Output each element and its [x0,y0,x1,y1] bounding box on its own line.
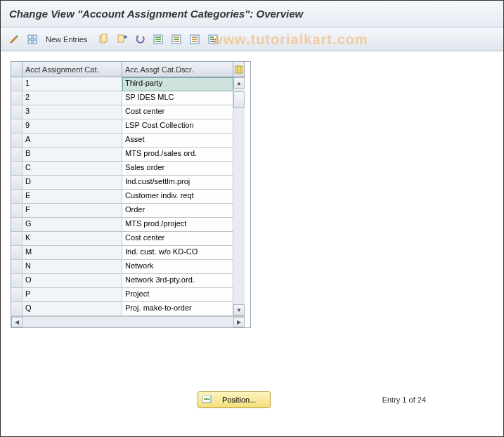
svg-rect-20 [192,41,198,42]
print-icon[interactable] [205,32,221,47]
cell-desc[interactable]: Order [122,204,233,218]
expand-all-icon[interactable] [25,32,40,47]
horizontal-scrollbar[interactable]: ◀▶ [11,316,245,327]
position-icon [202,396,212,404]
cell-desc[interactable]: MTS prod./project [122,218,233,232]
row-selector[interactable] [11,119,22,133]
row-selector[interactable] [11,204,22,218]
cell-cat[interactable]: 3 [22,105,122,119]
row-selector[interactable] [11,190,22,204]
row-selector[interactable] [11,105,22,119]
cell-desc[interactable]: Proj. make-to-order [122,302,233,316]
svg-rect-14 [174,37,179,38]
position-button[interactable]: Position... [198,391,271,408]
cell-cat[interactable]: B [22,148,122,162]
row-selector[interactable] [11,246,22,260]
cell-cat[interactable]: C [22,162,122,176]
cell-desc[interactable]: Ind.cust/settlm.proj [122,176,233,190]
row-selector[interactable] [11,302,22,316]
configure-columns-icon[interactable] [233,62,245,77]
cell-cat[interactable]: O [22,274,122,288]
undo-icon[interactable] [132,32,148,47]
content-area: Acct Assignment Cat. Acc.Assgt Cat.Dscr.… [1,51,503,338]
svg-rect-25 [235,66,243,73]
toolbar: New Entries www.tutorialkart.com [1,27,503,51]
scroll-right-icon[interactable]: ▶ [233,317,245,327]
svg-rect-23 [210,39,216,40]
cell-cat[interactable]: F [22,204,122,218]
row-selector[interactable] [11,91,22,105]
svg-rect-18 [192,37,198,38]
svg-rect-22 [210,37,214,38]
table: Acct Assignment Cat. Acc.Assgt Cat.Dscr.… [11,61,251,328]
row-selector[interactable] [11,162,22,176]
svg-rect-3 [33,40,37,44]
cell-cat[interactable]: P [22,288,122,302]
svg-rect-16 [174,41,179,42]
cell-desc[interactable]: Cost center [122,105,233,119]
page-title: Change View "Account Assignment Categori… [9,8,495,20]
row-selector-header[interactable] [11,62,22,77]
cell-cat[interactable]: N [22,260,122,274]
cell-cat[interactable]: D [22,176,122,190]
column-header-desc[interactable]: Acc.Assgt Cat.Dscr. [122,62,233,77]
deselect-all-icon[interactable] [187,32,202,47]
watermark-text: www.tutorialkart.com [212,32,368,48]
cell-desc[interactable]: Project [122,288,233,302]
scroll-down-icon[interactable]: ▼ [233,304,245,315]
select-all-icon[interactable] [150,32,166,47]
cell-desc[interactable]: Ind. cust. w/o KD-CO [122,246,233,260]
row-selector[interactable] [11,133,22,148]
cell-cat[interactable]: M [22,246,122,260]
scroll-up-icon[interactable]: ▲ [233,77,245,89]
svg-rect-1 [33,35,37,39]
cell-desc[interactable]: SP IDES MLC [122,91,233,105]
scroll-thumb[interactable] [233,91,245,108]
cell-cat[interactable]: 1 [22,77,122,91]
cell-cat[interactable]: A [22,133,122,148]
cell-desc[interactable]: Cost center [122,232,233,246]
svg-rect-0 [28,35,32,39]
svg-rect-24 [210,41,216,42]
cell-cat[interactable]: G [22,218,122,232]
svg-rect-11 [155,39,161,40]
row-selector[interactable] [11,148,22,162]
row-selector[interactable] [11,288,22,302]
cell-desc[interactable]: Sales order [122,162,233,176]
vertical-scrollbar[interactable]: ▲▼ [233,77,245,316]
svg-rect-15 [174,39,179,40]
cell-desc[interactable]: MTS prod./sales ord. [122,148,233,162]
svg-rect-6 [118,35,124,42]
new-entries-button[interactable]: New Entries [43,35,93,44]
cell-desc[interactable]: Third-party [122,77,233,91]
cell-cat[interactable]: K [22,232,122,246]
cell-cat[interactable]: Q [22,302,122,316]
svg-rect-10 [155,37,161,38]
row-selector[interactable] [11,77,22,91]
toggle-display-change-icon[interactable] [6,32,22,47]
select-block-icon[interactable] [169,32,184,47]
copy-icon[interactable] [96,32,111,47]
title-bar: Change View "Account Assignment Categori… [1,1,503,27]
entry-counter: Entry 1 of 24 [382,396,426,404]
svg-rect-5 [101,34,107,41]
cell-cat[interactable]: E [22,190,122,204]
cell-cat[interactable]: 2 [22,91,122,105]
row-selector[interactable] [11,218,22,232]
delete-icon[interactable] [114,32,129,47]
svg-rect-19 [192,39,198,40]
cell-desc[interactable]: Asset [122,133,233,148]
position-button-label: Position... [222,396,256,404]
cell-desc[interactable]: Customer indiv. reqt [122,190,233,204]
row-selector[interactable] [11,232,22,246]
cell-desc[interactable]: Network [122,260,233,274]
cell-cat[interactable]: 9 [22,119,122,133]
scroll-left-icon[interactable]: ◀ [11,317,22,327]
row-selector[interactable] [11,176,22,190]
row-selector[interactable] [11,260,22,274]
column-header-cat[interactable]: Acct Assignment Cat. [22,62,122,77]
row-selector[interactable] [11,274,22,288]
cell-desc[interactable]: Network 3rd-pty.ord. [122,274,233,288]
svg-rect-12 [155,41,161,42]
cell-desc[interactable]: LSP Cost Collection [122,119,233,133]
